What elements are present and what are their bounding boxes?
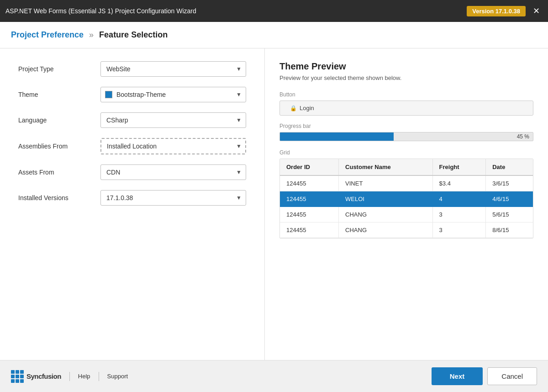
- language-wrapper: CSharp VB ▼: [100, 112, 246, 128]
- main-content: Project Type WebSite WebApplication ▼ Th…: [0, 48, 548, 360]
- table-row[interactable]: 124455 WELOI 4 4/6/15: [280, 191, 533, 207]
- cell-freight: 3: [432, 207, 486, 222]
- syncfusion-logo: Syncfusion: [11, 370, 61, 383]
- preview-login-button: 🔒 Login: [279, 101, 533, 116]
- title-bar: ASP.NET Web Forms (Essential JS 1) Proje…: [0, 0, 548, 22]
- assets-from-row: Assets From CDN Installed Location ▼: [18, 164, 246, 180]
- footer-divider-2: [99, 372, 99, 381]
- footer-left: Syncfusion Help Support: [11, 370, 128, 383]
- assemblies-from-wrapper: Installed Location NuGet CDN ▼: [100, 138, 246, 154]
- sf-dot-1: [11, 370, 15, 374]
- theme-row: Theme Bootstrap-Theme Material Fabric ▼: [18, 87, 246, 102]
- installed-versions-select[interactable]: 17.1.0.38 17.0.0.14: [100, 190, 246, 206]
- project-type-select[interactable]: WebSite WebApplication: [100, 61, 246, 77]
- footer-divider-1: [69, 372, 70, 381]
- preview-subtitle: Preview for your selected theme shown be…: [279, 74, 533, 81]
- table-row[interactable]: 124455 CHANG 3 8/6/15: [280, 222, 533, 238]
- assemblies-from-row: Assemblies From Installed Location NuGet…: [18, 138, 246, 154]
- progress-bar-label: Progress bar: [279, 123, 533, 129]
- language-row: Language CSharp VB ▼: [18, 112, 246, 128]
- progress-bar-container: 45 %: [279, 132, 533, 141]
- assemblies-from-select[interactable]: Installed Location NuGet CDN: [100, 138, 246, 154]
- title-bar-right: Version 17.1.0.38 ✕: [467, 6, 543, 16]
- cell-orderid: 124455: [280, 175, 339, 191]
- sf-dot-3: [20, 370, 24, 374]
- installed-versions-wrapper: 17.1.0.38 17.0.0.14 ▼: [100, 190, 246, 206]
- cell-customername: CHANG: [339, 222, 433, 238]
- breadcrumb-step2: Feature Selection: [99, 30, 168, 40]
- assemblies-from-label: Assemblies From: [18, 143, 100, 150]
- cancel-button[interactable]: Cancel: [487, 367, 537, 385]
- sf-dot-6: [20, 375, 24, 378]
- grid-col-date: Date: [486, 159, 533, 175]
- assets-from-select[interactable]: CDN Installed Location: [100, 164, 246, 180]
- assets-from-wrapper: CDN Installed Location ▼: [100, 164, 246, 180]
- syncfusion-icon: [11, 370, 24, 383]
- syncfusion-name: Syncfusion: [26, 372, 61, 380]
- version-badge: Version 17.1.0.38: [467, 6, 526, 16]
- cell-date: 4/6/15: [486, 191, 533, 207]
- installed-versions-label: Installed Versions: [18, 194, 100, 201]
- left-panel: Project Type WebSite WebApplication ▼ Th…: [0, 48, 265, 360]
- lock-icon: 🔒: [290, 105, 297, 111]
- project-type-wrapper: WebSite WebApplication ▼: [100, 61, 246, 77]
- next-button[interactable]: Next: [432, 367, 483, 385]
- project-type-row: Project Type WebSite WebApplication ▼: [18, 61, 246, 77]
- cell-orderid: 124455: [280, 222, 339, 238]
- breadcrumb: Project Preference » Feature Selection: [0, 22, 548, 48]
- theme-wrapper: Bootstrap-Theme Material Fabric ▼: [100, 87, 246, 102]
- cell-customername: WELOI: [339, 191, 433, 207]
- close-button[interactable]: ✕: [530, 6, 543, 16]
- assets-from-label: Assets From: [18, 169, 100, 176]
- sf-dot-5: [16, 375, 19, 378]
- breadcrumb-separator: »: [89, 30, 94, 40]
- cell-date: 3/6/15: [486, 175, 533, 191]
- grid-header-row: Order ID Customer Name Freight Date: [280, 159, 533, 175]
- sf-dot-4: [11, 375, 15, 378]
- project-type-label: Project Type: [18, 65, 100, 73]
- theme-label: Theme: [18, 91, 100, 98]
- cell-date: 5/6/15: [486, 207, 533, 222]
- progress-bar-fill: [280, 132, 394, 141]
- help-link[interactable]: Help: [78, 373, 90, 380]
- footer-right: Next Cancel: [432, 367, 537, 385]
- sf-dot-7: [11, 379, 15, 383]
- footer: Syncfusion Help Support Next Cancel: [0, 360, 548, 392]
- cell-freight: 3: [432, 222, 486, 238]
- grid-col-customername: Customer Name: [339, 159, 433, 175]
- right-panel: Theme Preview Preview for your selected …: [265, 48, 548, 360]
- preview-title: Theme Preview: [279, 61, 533, 72]
- breadcrumb-step1[interactable]: Project Preference: [11, 30, 84, 40]
- cell-customername: CHANG: [339, 207, 433, 222]
- sf-dot-8: [16, 379, 19, 383]
- sf-dot-2: [16, 370, 19, 374]
- table-row[interactable]: 124455 VINET $3.4 3/6/15: [280, 175, 533, 191]
- grid-col-orderid: Order ID: [280, 159, 339, 175]
- login-button-text: Login: [300, 105, 314, 111]
- cell-freight: $3.4: [432, 175, 486, 191]
- sf-dot-9: [20, 379, 24, 383]
- cell-orderid: 124455: [280, 191, 339, 207]
- cell-customername: VINET: [339, 175, 433, 191]
- language-label: Language: [18, 117, 100, 124]
- window-title: ASP.NET Web Forms (Essential JS 1) Proje…: [5, 7, 196, 15]
- cell-date: 8/6/15: [486, 222, 533, 238]
- theme-select[interactable]: Bootstrap-Theme Material Fabric: [100, 87, 246, 102]
- cell-freight: 4: [432, 191, 486, 207]
- language-select[interactable]: CSharp VB: [100, 112, 246, 128]
- button-preview-label: Button: [279, 91, 533, 98]
- table-row[interactable]: 124455 CHANG 3 5/6/15: [280, 207, 533, 222]
- grid-col-freight: Freight: [432, 159, 486, 175]
- grid-label: Grid: [279, 149, 533, 156]
- preview-grid: Order ID Customer Name Freight Date 1244…: [279, 159, 533, 238]
- installed-versions-row: Installed Versions 17.1.0.38 17.0.0.14 ▼: [18, 190, 246, 206]
- cell-orderid: 124455: [280, 207, 339, 222]
- support-link[interactable]: Support: [107, 373, 128, 380]
- progress-percent-label: 45 %: [517, 133, 529, 140]
